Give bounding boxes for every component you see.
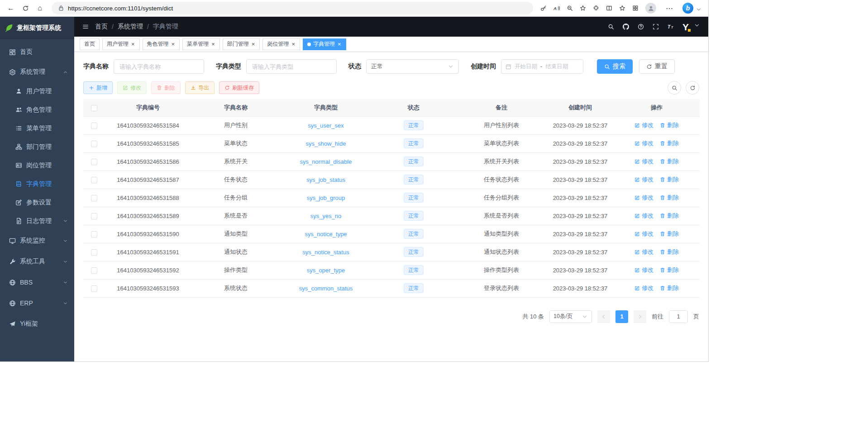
row-checkbox[interactable] [91,213,97,219]
toggle-search-button[interactable] [668,81,681,95]
home-button[interactable]: ⌂ [33,2,46,14]
sidebar-item-erp[interactable]: ERP [0,293,74,314]
close-tab-icon[interactable]: × [251,41,256,47]
close-tab-icon[interactable]: × [337,41,342,47]
row-edit-button[interactable]: 修改 [634,157,653,166]
row-checkbox[interactable] [91,123,97,129]
sidebar-toggle-icon[interactable] [82,24,89,30]
user-avatar[interactable]: Y [682,22,689,32]
row-edit-button[interactable]: 修改 [634,230,653,238]
row-delete-button[interactable]: 删除 [660,248,679,256]
row-checkbox[interactable] [91,159,97,165]
dict-type-link[interactable]: sys_oper_type [307,267,345,274]
export-button[interactable]: 导出 [185,81,215,94]
refresh-cache-button[interactable]: 刷新缓存 [219,81,259,94]
close-tab-icon[interactable]: × [131,41,135,47]
more-menu-button[interactable]: ⋯ [663,2,676,14]
help-icon[interactable] [638,24,644,30]
tab-字典管理[interactable]: 字典管理× [303,38,346,50]
sidebar-item-param[interactable]: 参数设置 [0,193,74,212]
row-edit-button[interactable]: 修改 [634,266,653,274]
breadcrumb-home[interactable]: 首页 [95,23,108,31]
collections-icon[interactable] [632,5,639,11]
dict-type-input[interactable] [246,59,337,74]
dict-type-link[interactable]: sys_job_group [307,195,345,201]
dict-type-link[interactable]: sys_show_hide [306,140,346,147]
row-checkbox[interactable] [91,141,97,147]
row-delete-button[interactable]: 删除 [660,157,679,166]
row-edit-button[interactable]: 修改 [634,176,653,184]
row-checkbox[interactable] [91,231,97,238]
sidebar-item-home[interactable]: 首页 [0,42,74,62]
reset-button[interactable]: 重置 [639,59,675,74]
avatar-caret-icon[interactable] [694,22,700,29]
sidebar-item-tool[interactable]: 系统工具 [0,251,74,272]
row-edit-button[interactable]: 修改 [634,139,653,147]
add-favorite-icon[interactable] [580,5,586,11]
dict-type-link[interactable]: sys_job_status [306,176,345,183]
sidebar-item-menu[interactable]: 菜单管理 [0,119,74,138]
row-delete-button[interactable]: 删除 [660,139,679,147]
add-button[interactable]: 新增 [83,81,113,94]
delete-button[interactable]: 删除 [151,81,181,94]
date-range-picker[interactable]: 开始日期 - 结束日期 [501,59,583,74]
row-edit-button[interactable]: 修改 [634,284,653,292]
reload-button[interactable] [19,2,32,14]
sidebar-item-system[interactable]: 系统管理 [0,62,74,82]
row-checkbox[interactable] [91,249,97,256]
password-key-icon[interactable] [540,5,547,11]
tab-角色管理[interactable]: 角色管理× [143,38,180,50]
extensions-icon[interactable] [593,5,599,11]
sidebar-item-post[interactable]: 岗位管理 [0,156,74,175]
address-bar[interactable]: https://ccnetcore.com:1101/system/dict [52,2,533,14]
github-icon[interactable] [623,24,629,30]
sidebar-item-dept[interactable]: 部门管理 [0,138,74,156]
close-tab-icon[interactable]: × [171,41,176,47]
search-button[interactable]: 搜索 [597,59,633,74]
bing-chat-icon[interactable]: b [682,3,693,14]
sidebar-item-bbs[interactable]: BBS [0,272,74,293]
sidebar-item-monitor[interactable]: 系统监控 [0,230,74,251]
dict-type-link[interactable]: sys_yes_no [310,213,342,219]
row-delete-button[interactable]: 删除 [660,284,679,292]
dict-type-link[interactable]: sys_common_status [299,285,353,292]
dict-type-link[interactable]: sys_notice_type [305,231,347,238]
refresh-table-button[interactable] [686,81,699,95]
split-screen-icon[interactable] [606,5,612,11]
select-all-checkbox[interactable] [91,105,97,111]
tab-岗位管理[interactable]: 岗位管理× [262,38,300,50]
header-search-icon[interactable] [608,24,614,30]
tab-菜单管理[interactable]: 菜单管理× [182,38,220,50]
back-button[interactable]: ← [5,2,17,14]
dict-type-link[interactable]: sys_user_sex [308,122,343,129]
zoom-out-icon[interactable] [567,5,573,11]
row-edit-button[interactable]: 修改 [634,248,653,256]
row-delete-button[interactable]: 删除 [660,194,679,202]
read-aloud-icon[interactable]: A [553,5,560,11]
row-checkbox[interactable] [91,177,97,183]
row-checkbox[interactable] [91,267,97,274]
breadcrumb-system[interactable]: 系统管理 [118,23,143,31]
dict-type-link[interactable]: sys_normal_disable [300,158,352,165]
row-checkbox[interactable] [91,195,97,201]
dict-type-link[interactable]: sys_notice_status [302,249,349,256]
font-size-icon[interactable]: TT [668,24,674,30]
goto-page-input[interactable] [669,310,688,323]
sidebar-item-yi[interactable]: Yi框架 [0,314,74,334]
row-edit-button[interactable]: 修改 [634,212,653,220]
row-delete-button[interactable]: 删除 [660,266,679,274]
page-1-button[interactable]: 1 [615,310,628,323]
row-delete-button[interactable]: 删除 [660,212,679,220]
page-size-select[interactable]: 10条/页 [549,310,592,323]
close-tab-icon[interactable]: × [211,41,215,47]
prev-page-button[interactable] [597,310,610,323]
row-checkbox[interactable] [91,285,97,292]
tab-部门管理[interactable]: 部门管理× [223,38,260,50]
tab-用户管理[interactable]: 用户管理× [102,38,140,50]
next-page-button[interactable] [634,310,646,323]
dict-name-input[interactable] [114,59,204,74]
row-delete-button[interactable]: 删除 [660,121,679,129]
favorites-icon[interactable] [619,5,625,11]
sidebar-item-role[interactable]: 角色管理 [0,100,74,119]
fullscreen-icon[interactable] [653,24,659,30]
